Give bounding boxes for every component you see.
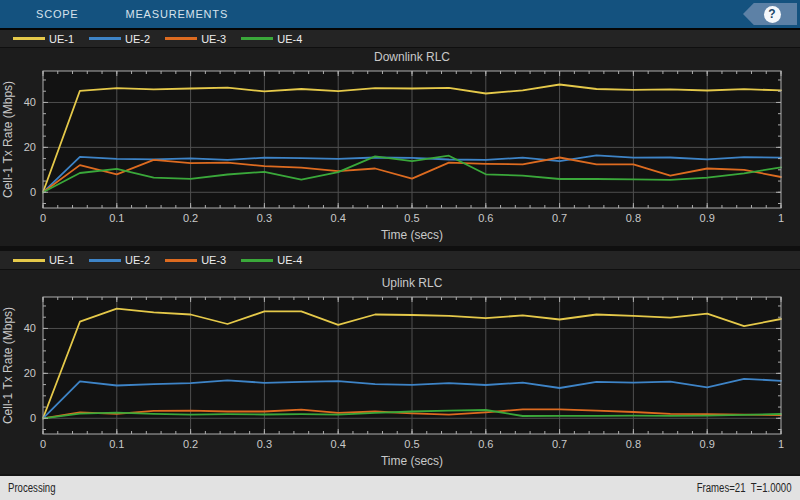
svg-text:20: 20 [24, 141, 36, 153]
status-bar: Processing Frames=21 T=1.0000 [0, 474, 800, 500]
legend-item-ue-2[interactable]: UE-2 [89, 254, 150, 266]
svg-text:0: 0 [30, 186, 36, 198]
legend-line-swatch [89, 259, 121, 262]
svg-text:0.4: 0.4 [331, 212, 346, 224]
legend-label: UE-1 [49, 33, 74, 45]
svg-text:Cell-1 Tx Rate (Mbps): Cell-1 Tx Rate (Mbps) [1, 307, 15, 424]
svg-text:0: 0 [30, 412, 36, 424]
tab-scope[interactable]: SCOPE [34, 8, 81, 20]
svg-text:0.1: 0.1 [109, 212, 124, 224]
question-icon: ? [764, 6, 781, 23]
svg-text:0.3: 0.3 [257, 212, 272, 224]
legend-line-swatch [241, 37, 273, 40]
legend-item-ue-2[interactable]: UE-2 [89, 33, 150, 45]
svg-text:0.7: 0.7 [552, 438, 567, 450]
svg-text:40: 40 [24, 322, 36, 334]
legend-item-ue-1[interactable]: UE-1 [13, 254, 74, 266]
svg-text:0.4: 0.4 [331, 438, 346, 450]
svg-text:0.7: 0.7 [552, 212, 567, 224]
uplink-chart-canvas[interactable]: 00.10.20.30.40.50.60.70.80.9102040Uplink… [0, 270, 800, 474]
svg-text:0.9: 0.9 [700, 438, 715, 450]
legend-label: UE-2 [125, 33, 150, 45]
legend-line-swatch [13, 37, 45, 40]
status-frames: Frames=21 [697, 481, 746, 495]
legend-line-swatch [165, 259, 197, 262]
legend-label: UE-2 [125, 254, 150, 266]
svg-text:0: 0 [40, 212, 46, 224]
svg-text:0.5: 0.5 [404, 438, 419, 450]
svg-text:0.8: 0.8 [626, 212, 641, 224]
legend-item-ue-3[interactable]: UE-3 [165, 33, 226, 45]
status-processing: Processing [8, 481, 56, 495]
svg-text:0.8: 0.8 [626, 438, 641, 450]
svg-text:0.2: 0.2 [183, 212, 198, 224]
svg-text:0.9: 0.9 [700, 212, 715, 224]
legend-row-uplink: UE-1UE-2UE-3UE-4 [0, 251, 800, 269]
svg-text:Cell-1 Tx Rate (Mbps): Cell-1 Tx Rate (Mbps) [1, 81, 15, 198]
legend-label: UE-1 [49, 254, 74, 266]
svg-text:0.3: 0.3 [257, 438, 272, 450]
svg-text:Time (secs): Time (secs) [381, 454, 443, 468]
status-time: T=1.0000 [751, 481, 792, 495]
svg-text:0.5: 0.5 [404, 212, 419, 224]
legend-line-swatch [165, 37, 197, 40]
svg-text:1: 1 [778, 438, 784, 450]
svg-text:0.1: 0.1 [109, 438, 124, 450]
svg-text:Time (secs): Time (secs) [381, 228, 443, 242]
svg-text:0.2: 0.2 [183, 438, 198, 450]
legend-line-swatch [13, 259, 45, 262]
legend-line-swatch [241, 259, 273, 262]
legend-item-ue-3[interactable]: UE-3 [165, 254, 226, 266]
svg-text:0.6: 0.6 [478, 438, 493, 450]
legend-row-downlink: UE-1UE-2UE-3UE-4 [0, 30, 800, 47]
legend-label: UE-4 [277, 33, 302, 45]
svg-text:20: 20 [24, 367, 36, 379]
status-frames-time: Frames=21 T=1.0000 [697, 481, 792, 495]
help-button[interactable]: ? [743, 3, 797, 25]
legend-item-ue-1[interactable]: UE-1 [13, 33, 74, 45]
legend-item-ue-4[interactable]: UE-4 [241, 254, 302, 266]
legend-label: UE-3 [201, 254, 226, 266]
downlink-chart-canvas[interactable]: 00.10.20.30.40.50.60.70.80.9102040Downli… [0, 48, 800, 246]
svg-text:1: 1 [778, 212, 784, 224]
svg-text:40: 40 [24, 96, 36, 108]
scope-window: SCOPE MEASUREMENTS ? UE-1UE-2UE-3UE-4 00… [0, 0, 800, 500]
legend-item-ue-4[interactable]: UE-4 [241, 33, 302, 45]
tab-measurements[interactable]: MEASUREMENTS [124, 8, 231, 20]
legend-label: UE-3 [201, 33, 226, 45]
legend-label: UE-4 [277, 254, 302, 266]
legend-line-swatch [89, 37, 121, 40]
svg-text:0: 0 [40, 438, 46, 450]
svg-text:Downlink RLC: Downlink RLC [374, 50, 450, 64]
svg-text:0.6: 0.6 [478, 212, 493, 224]
svg-text:Uplink RLC: Uplink RLC [382, 276, 443, 290]
toolbar: SCOPE MEASUREMENTS ? [0, 0, 800, 28]
